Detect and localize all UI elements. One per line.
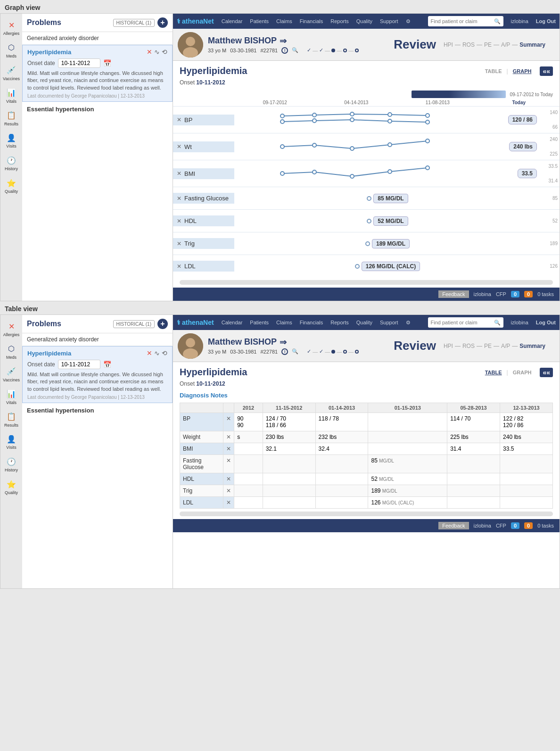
patient-alert-icon-table[interactable]: ! — [281, 348, 288, 355]
step-pe-graph[interactable]: PE — [484, 41, 492, 48]
bmi-x-graph[interactable]: ✕ — [177, 170, 181, 177]
sidebar-item-history-table[interactable]: 🕐 History — [0, 453, 22, 475]
nav-quality-table[interactable]: Quality — [356, 320, 372, 325]
bottom-feedback-graph[interactable]: Feedback — [438, 290, 469, 298]
nav-financials-graph[interactable]: Financials — [300, 18, 323, 24]
bp-x-graph[interactable]: ✕ — [177, 116, 181, 123]
problem-close-btn-graph[interactable]: ✕ — [147, 48, 152, 56]
sidebar-item-vitals[interactable]: 📊 Vitals — [0, 84, 22, 106]
trig-x-cell[interactable]: ✕ — [223, 485, 234, 497]
sidebar-item-quality-table[interactable]: ⭐ Quality — [0, 476, 22, 497]
timeline-bar-graph[interactable] — [412, 91, 506, 98]
patient-search-icon-table[interactable]: 🔍 — [292, 348, 298, 355]
problem-link-btn-graph[interactable]: ⟲ — [162, 48, 167, 56]
add-problem-btn-table[interactable]: + — [157, 319, 168, 329]
bmi-x-cell[interactable]: ✕ — [223, 443, 234, 455]
nav-settings-icon-table[interactable]: ⚙ — [406, 320, 411, 326]
nav-patients-graph[interactable]: Patients — [250, 18, 269, 24]
trig-x-graph[interactable]: ✕ — [177, 240, 181, 247]
problem-hyperlipidemia-graph[interactable]: Hyperlipidemia ✕ ∿ ⟲ Onset date 📅 Mild. … — [22, 45, 173, 102]
graph-view-btn-table[interactable]: GRAPH — [511, 369, 534, 376]
nav-calendar-graph[interactable]: Calendar — [222, 18, 243, 24]
nav-support-graph[interactable]: Support — [380, 18, 398, 24]
nav-logout-graph[interactable]: Log Out — [536, 18, 556, 24]
onset-date-input-graph[interactable] — [58, 58, 100, 68]
scrollbar-table[interactable] — [180, 512, 553, 516]
nav-settings-icon-graph[interactable]: ⚙ — [406, 18, 411, 25]
sidebar-item-results-table[interactable]: 📋 Results — [0, 408, 22, 430]
weight-x-cell[interactable]: ✕ — [223, 431, 234, 443]
ldl-x-graph[interactable]: ✕ — [177, 263, 181, 270]
step-summary-table[interactable]: Summary — [519, 343, 545, 349]
problem-link-btn-table[interactable]: ⟲ — [162, 349, 167, 357]
sidebar-item-meds[interactable]: ⬡ Meds — [0, 39, 22, 61]
nav-claims-table[interactable]: Claims — [276, 320, 292, 325]
sidebar-item-meds-table[interactable]: ⬡ Meds — [0, 340, 22, 362]
hdl-x-graph[interactable]: ✕ — [177, 218, 181, 224]
problem-hypertension-table[interactable]: Essential hypertension — [22, 403, 173, 418]
problem-anxiety-graph[interactable]: Generalized anxiety disorder — [22, 32, 173, 45]
bp-x-cell[interactable]: ✕ — [223, 413, 234, 431]
fasting-x-graph[interactable]: ✕ — [177, 195, 181, 202]
step-hpi-table[interactable]: HPI — [444, 343, 453, 349]
problem-close-btn-table[interactable]: ✕ — [147, 349, 152, 357]
sidebar-item-results[interactable]: 📋 Results — [0, 107, 22, 129]
nav-financials-table[interactable]: Financials — [300, 320, 323, 325]
step-hpi-graph[interactable]: HPI — [444, 41, 453, 48]
bp-bubble-graph: 120 / 86 — [508, 115, 537, 124]
onset-date-input-table[interactable] — [58, 360, 100, 369]
nav-support-table[interactable]: Support — [380, 320, 398, 325]
bottom-feedback-table[interactable]: Feedback — [438, 522, 469, 529]
bottom-cfp-graph[interactable]: CFP — [496, 291, 506, 297]
sidebar-item-vaccines[interactable]: 💉 Vaccines — [0, 62, 22, 83]
step-ap-graph[interactable]: A/P — [501, 41, 510, 48]
find-patient-input-table[interactable] — [431, 320, 492, 325]
add-problem-btn-graph[interactable]: + — [157, 17, 168, 28]
collapse-btn-graph[interactable]: «« — [540, 66, 553, 76]
problem-hypertension-graph[interactable]: Essential hypertension — [22, 102, 173, 116]
hdl-x-cell[interactable]: ✕ — [223, 473, 234, 485]
bottom-cfp-table[interactable]: CFP — [496, 523, 506, 528]
fasting-x-cell[interactable]: ✕ — [223, 455, 234, 473]
sidebar-item-history[interactable]: 🕐 History — [0, 152, 22, 173]
sidebar-item-vaccines-table[interactable]: 💉 Vaccines — [0, 363, 22, 385]
wt-x-graph[interactable]: ✕ — [177, 143, 181, 150]
problem-trend-btn-graph[interactable]: ∿ — [154, 48, 160, 56]
historical-badge-table[interactable]: HISTORICAL (1) — [113, 320, 155, 328]
nav-calendar-table[interactable]: Calendar — [222, 320, 243, 325]
problem-trend-btn-table[interactable]: ∿ — [154, 349, 160, 357]
historical-badge-graph[interactable]: HISTORICAL (1) — [113, 19, 155, 27]
nav-claims-graph[interactable]: Claims — [276, 18, 292, 24]
table-view-btn-graph[interactable]: TABLE — [483, 67, 504, 75]
problem-hyperlipidemia-table[interactable]: Hyperlipidemia ✕ ∿ ⟲ Onset date 📅 Mild. … — [22, 346, 173, 403]
ldl-x-cell[interactable]: ✕ — [223, 497, 234, 509]
nav-patients-table[interactable]: Patients — [250, 320, 269, 325]
nav-reports-graph[interactable]: Reports — [330, 18, 349, 24]
nav-quality-graph[interactable]: Quality — [356, 18, 372, 24]
graph-view-btn-graph[interactable]: GRAPH — [511, 67, 534, 75]
sidebar-item-visits-table[interactable]: 👤 Visits — [0, 430, 22, 452]
nav-reports-table[interactable]: Reports — [330, 320, 349, 325]
calendar-icon-table[interactable]: 📅 — [103, 361, 111, 368]
sidebar-item-quality[interactable]: ⭐ Quality — [0, 174, 22, 196]
sidebar-item-allergies-table[interactable]: ✕ Allergies — [0, 318, 22, 339]
patient-search-icon-graph[interactable]: 🔍 — [292, 47, 298, 53]
sidebar-item-visits[interactable]: 👤 Visits — [0, 129, 22, 151]
nav-logout-table[interactable]: Log Out — [536, 320, 556, 325]
problem-anxiety-table[interactable]: Generalized anxiety disorder — [22, 333, 173, 346]
collapse-btn-table[interactable]: «« — [540, 368, 553, 377]
step-summary-graph[interactable]: Summary — [519, 41, 545, 48]
find-patient-input-graph[interactable] — [431, 18, 492, 24]
sidebar-item-vitals-table[interactable]: 📊 Vitals — [0, 386, 22, 407]
logo-icon-graph: ⚕ — [177, 17, 181, 25]
step-ap-table[interactable]: A/P — [501, 343, 510, 349]
step-ros-graph[interactable]: ROS — [462, 41, 475, 48]
sidebar-item-allergies[interactable]: ✕ Allergies — [0, 17, 22, 38]
step-ros-table[interactable]: ROS — [462, 343, 475, 349]
calendar-icon-graph[interactable]: 📅 — [103, 59, 111, 67]
step-pe-table[interactable]: PE — [484, 343, 492, 349]
scrollbar-graph[interactable] — [180, 280, 553, 285]
table-view-btn-table[interactable]: TABLE — [483, 369, 504, 376]
patient-alert-icon-graph[interactable]: ! — [281, 47, 288, 54]
bmi-val-0 — [234, 443, 263, 455]
